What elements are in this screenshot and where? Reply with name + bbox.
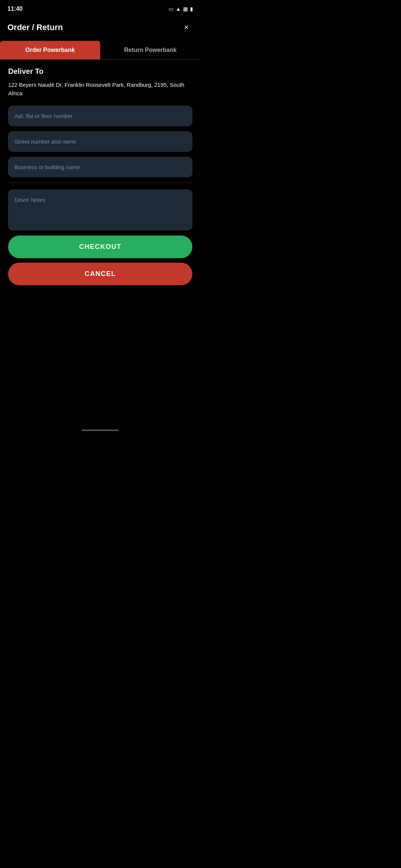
battery-icon: ▮ [190,6,193,12]
delivery-address: 122 Beyers Naudé Dr, Franklin Roosevelt … [8,81,192,98]
cancel-button[interactable]: CANCEL [8,263,192,285]
status-icons: ▭ ▲ ▩ ▮ [169,6,193,12]
deliver-to-section: Deliver To 122 Beyers Naudé Dr, Franklin… [8,67,192,98]
tab-return-powerbank[interactable]: Return Powerbank [100,41,200,59]
home-indicator [82,430,119,431]
status-time: 11:40 [7,6,23,12]
tab-bar: Order Powerbank Return Powerbank [0,41,200,60]
bottom-bar [0,423,200,434]
page-title: Order / Return [7,23,63,32]
business-building-input[interactable] [8,157,192,177]
header: Order / Return × [0,16,200,39]
wifi-icon: ▲ [176,6,181,12]
form-divider [8,183,192,183]
street-input[interactable] [8,131,192,152]
status-bar: 11:40 ▭ ▲ ▩ ▮ [0,0,200,16]
deliver-to-title: Deliver To [8,67,192,76]
driver-notes-input[interactable] [8,190,192,230]
close-button[interactable]: × [180,21,193,34]
main-content: Deliver To 122 Beyers Naudé Dr, Franklin… [0,60,200,423]
signal-icon: ▩ [183,6,188,12]
sim-icon: ▭ [169,6,173,12]
tab-order-powerbank[interactable]: Order Powerbank [0,41,100,59]
checkout-button[interactable]: CHECKOUT [8,236,192,258]
apt-floor-input[interactable] [8,106,192,126]
